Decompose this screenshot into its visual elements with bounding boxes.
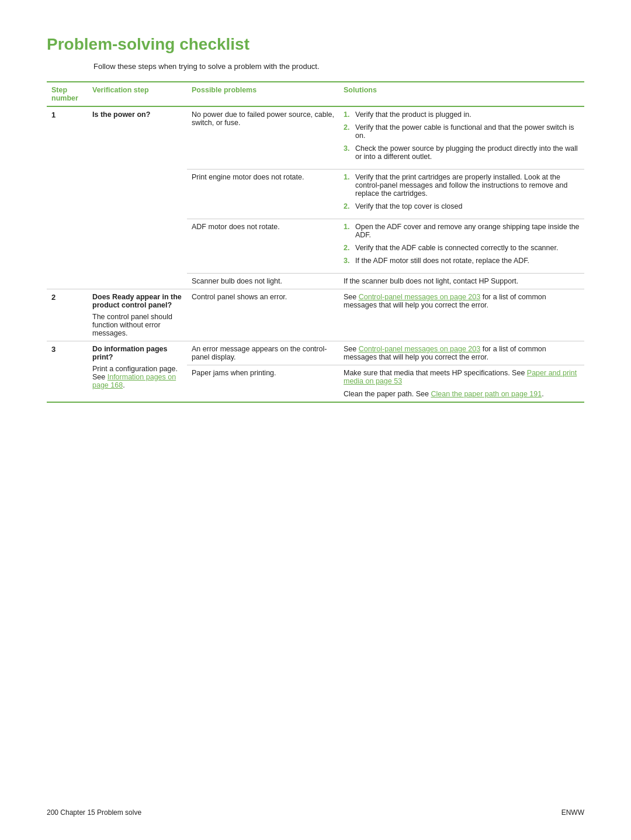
solution-multi-link: Make sure that media that meets HP speci… [344, 369, 580, 385]
verification-step: Do information pages print?Print a confi… [88, 341, 187, 403]
solution-plain: If the scanner bulb does not light, cont… [344, 277, 580, 285]
solution-item: 2.Verify that the ADF cable is connected… [344, 244, 580, 252]
verification-bold: Does Ready appear in the product control… [92, 293, 182, 309]
solution-cell: See Control-panel messages on page 203 f… [339, 289, 584, 341]
possible-problem: Control panel shows an error. [187, 289, 339, 341]
footer-left: 200 Chapter 15 Problem solve [47, 808, 141, 817]
page-intro: Follow these steps when trying to solve … [93, 62, 584, 71]
table-row: 3Do information pages print?Print a conf… [47, 341, 584, 365]
solution-cell: 1.Verify that the print cartridges are p… [339, 170, 584, 219]
verification-bold: Is the power on? [92, 110, 182, 119]
solution-cell: 1.Open the ADF cover and remove any oran… [339, 219, 584, 274]
table-row: 1Is the power on?No power due to failed … [47, 106, 584, 170]
header-step: Stepnumber [47, 82, 88, 106]
solution-link[interactable]: Control-panel messages on page 203 [359, 345, 480, 353]
step-number: 1 [47, 106, 88, 289]
possible-problem: No power due to failed power source, cab… [187, 106, 339, 170]
step-number: 3 [47, 341, 88, 403]
header-verification: Verification step [88, 82, 187, 106]
solution-cell: If the scanner bulb does not light, cont… [339, 274, 584, 289]
solution-item: 1.Verify that the print cartridges are p… [344, 173, 580, 198]
possible-problem: An error message appears on the control-… [187, 341, 339, 365]
solution-link-plain: See Control-panel messages on page 203 f… [344, 293, 580, 309]
footer-right: ENWW [561, 808, 584, 817]
verification-step: Is the power on? [88, 106, 187, 289]
solution-item: 3.If the ADF motor still does not rotate… [344, 257, 580, 265]
checklist-table: Stepnumber Verification step Possible pr… [47, 81, 584, 403]
possible-problem: Scanner bulb does not light. [187, 274, 339, 289]
solution-cell: Make sure that media that meets HP speci… [339, 365, 584, 403]
step-number: 2 [47, 289, 88, 341]
solution-item: 2.Verify that the power cable is functio… [344, 123, 580, 140]
verification-extra: The control panel should function withou… [92, 313, 182, 337]
header-solutions: Solutions [339, 82, 584, 106]
page-title: Problem-solving checklist [47, 35, 584, 54]
possible-problem: ADF motor does not rotate. [187, 219, 339, 274]
solution-item: 3.Check the power source by plugging the… [344, 144, 580, 161]
possible-problem: Print engine motor does not rotate. [187, 170, 339, 219]
solution-link[interactable]: Control-panel messages on page 203 [359, 293, 480, 301]
solution-link-plain: See Control-panel messages on page 203 f… [344, 345, 580, 361]
solution-item: 1.Open the ADF cover and remove any oran… [344, 223, 580, 239]
possible-problem: Paper jams when printing. [187, 365, 339, 403]
solution-cell: See Control-panel messages on page 203 f… [339, 341, 584, 365]
solution-cell: 1.Verify that the product is plugged in.… [339, 106, 584, 170]
verification-link[interactable]: Information pages on page 168 [92, 373, 176, 389]
verification-extra-link: Print a configuration page. See Informat… [92, 365, 182, 389]
solution-item: 1.Verify that the product is plugged in. [344, 110, 580, 119]
solution-item: 2.Verify that the top cover is closed [344, 202, 580, 210]
solution-link[interactable]: Clean the paper path on page 191 [431, 390, 542, 398]
solution-link[interactable]: Paper and print media on page 53 [344, 369, 577, 385]
solution-multi-link: Clean the paper path. See Clean the pape… [344, 390, 580, 398]
verification-bold: Do information pages print? [92, 345, 182, 361]
table-row: 2Does Ready appear in the product contro… [47, 289, 584, 341]
header-problems: Possible problems [187, 82, 339, 106]
verification-step: Does Ready appear in the product control… [88, 289, 187, 341]
